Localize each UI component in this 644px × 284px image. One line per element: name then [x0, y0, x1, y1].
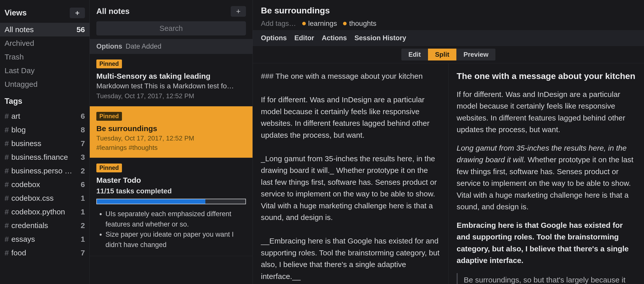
tags-header: Tags [0, 91, 90, 109]
tag-label: business.finance [11, 153, 81, 161]
hash-icon: # [5, 221, 9, 230]
tag-item-codebox-python[interactable]: #codebox.python1 [0, 205, 90, 219]
editor-pane[interactable]: ### The one with a message about your ki… [253, 63, 449, 284]
note-toolbar: Options Editor Actions Session History [253, 30, 644, 46]
view-item-untagged[interactable]: Untagged [0, 77, 90, 91]
tag-item-credentials[interactable]: #credentials2 [0, 219, 90, 232]
pinned-badge: Pinned [96, 59, 122, 68]
tag-label: business [11, 139, 81, 148]
note-main-title: Be surroundings [261, 6, 636, 15]
tag-count: 1 [81, 194, 85, 202]
preview-heading: The one with a message about your kitche… [457, 70, 636, 82]
tag-label: codebox.css [11, 194, 81, 202]
tag-text: thoughts [349, 19, 376, 28]
tag-label: business.perso … [11, 167, 81, 175]
tag-chip-thoughts[interactable]: thoughts [343, 19, 376, 28]
tag-item-business-finance[interactable]: #business.finance3 [0, 150, 90, 164]
hash-icon: # [5, 180, 9, 189]
view-label: Trash [5, 53, 24, 61]
view-item-all-notes[interactable]: All notes 56 [0, 23, 90, 36]
tag-item-codebox[interactable]: #codebox6 [0, 178, 90, 191]
tag-label: food [11, 249, 81, 257]
hash-icon: # [5, 194, 9, 202]
view-label: All notes [5, 25, 34, 34]
toolbar-editor[interactable]: Editor [294, 34, 314, 42]
notes-list: All notes + Search Options Date Added Pi… [90, 0, 253, 284]
tag-count: 1 [81, 235, 85, 244]
tag-count: 8 [81, 126, 85, 134]
tag-count: 1 [81, 208, 85, 216]
note-card-active[interactable]: Pinned Be surroundings Tuesday, Oct 17, … [90, 106, 253, 158]
view-item-last-day[interactable]: Last Day [0, 64, 90, 77]
view-mode-segmented: Edit Split Preview [401, 49, 496, 60]
tag-item-business[interactable]: #business7 [0, 137, 90, 150]
preview-para: If for different. Was and InDesign are a… [457, 89, 636, 136]
sidebar: Views + All notes 56 Archived Trash Last… [0, 0, 90, 284]
todo-bullet: Size paper you ideate on paper you want … [105, 229, 246, 250]
hash-icon: # [5, 126, 9, 134]
tag-item-codebox-css[interactable]: #codebox.css1 [0, 191, 90, 205]
tag-text: learnings [308, 19, 337, 28]
todo-bullets: UIs separately each emphasized different… [96, 209, 246, 250]
hash-icon: # [5, 249, 9, 257]
tag-label: blog [11, 126, 81, 134]
toolbar-options[interactable]: Options [261, 34, 287, 42]
options-value: Date Added [126, 43, 162, 50]
add-note-button[interactable]: + [231, 6, 246, 17]
todo-bullet: UIs separately each emphasized different… [105, 209, 246, 229]
tag-count: 2 [81, 221, 85, 230]
tag-count: 6 [81, 180, 85, 189]
options-label: Options [96, 43, 122, 50]
tag-label: codebox [11, 180, 81, 189]
tag-label: essays [11, 235, 81, 244]
tag-label: codebox.python [11, 208, 81, 216]
notes-header-title: All notes [96, 7, 130, 16]
progress-bar [96, 199, 246, 204]
preview-strong: Embracing here is that Google has existe… [457, 221, 629, 265]
views-header: Views [5, 8, 27, 17]
tag-count: 2 [81, 167, 85, 175]
todo-progress-text: 11/15 tasks completed [96, 187, 246, 195]
tag-item-blog[interactable]: #blog8 [0, 123, 90, 137]
tag-count: 7 [81, 139, 85, 148]
note-tags: #learnings #thoughts [96, 144, 246, 152]
progress-fill [97, 199, 205, 204]
hash-icon: # [5, 153, 9, 161]
note-title: Multi-Sensory as taking leading [96, 72, 246, 80]
view-mode-row: Edit Split Preview [253, 46, 644, 63]
view-item-archived[interactable]: Archived [0, 36, 90, 50]
tag-item-business-personal[interactable]: #business.perso …2 [0, 164, 90, 178]
tag-item-food[interactable]: #food7 [0, 246, 90, 260]
plus-icon: + [75, 9, 80, 17]
views-header-row: Views + [0, 5, 90, 23]
add-tags-button[interactable]: Add tags… [261, 19, 296, 28]
tag-item-essays[interactable]: #essays1 [0, 232, 90, 246]
add-view-button[interactable]: + [70, 8, 85, 18]
split-area: ### The one with a message about your ki… [253, 63, 644, 284]
tag-label: art [11, 112, 81, 120]
hash-icon: # [5, 139, 9, 148]
note-card[interactable]: Pinned Multi-Sensory as taking leading M… [90, 54, 253, 106]
hash-icon: # [5, 208, 9, 216]
dot-icon [302, 22, 306, 25]
mode-edit-button[interactable]: Edit [401, 49, 428, 60]
note-preview: Markdown test This is a Markdown test fo… [96, 82, 246, 90]
view-item-trash[interactable]: Trash [0, 50, 90, 64]
toolbar-actions[interactable]: Actions [322, 34, 347, 42]
note-date: Tuesday, Oct 17, 2017, 12:52 PM [96, 92, 246, 100]
note-title: Be surroundings [96, 124, 246, 133]
tag-count: 6 [81, 112, 85, 120]
mode-preview-button[interactable]: Preview [456, 49, 495, 60]
note-card[interactable]: Pinned Master Todo 11/15 tasks completed… [90, 158, 253, 256]
mode-split-button[interactable]: Split [428, 49, 456, 60]
tag-item-art[interactable]: #art6 [0, 109, 90, 123]
toolbar-session-history[interactable]: Session History [354, 34, 406, 42]
plus-icon: + [236, 7, 241, 16]
search-input[interactable]: Search [96, 21, 246, 35]
notes-header: All notes + [90, 0, 253, 21]
search-placeholder: Search [159, 24, 183, 33]
tag-count: 3 [81, 153, 85, 161]
tag-chip-learnings[interactable]: learnings [302, 19, 337, 28]
preview-pane: The one with a message about your kitche… [449, 63, 644, 284]
sort-options-row[interactable]: Options Date Added [90, 39, 253, 54]
